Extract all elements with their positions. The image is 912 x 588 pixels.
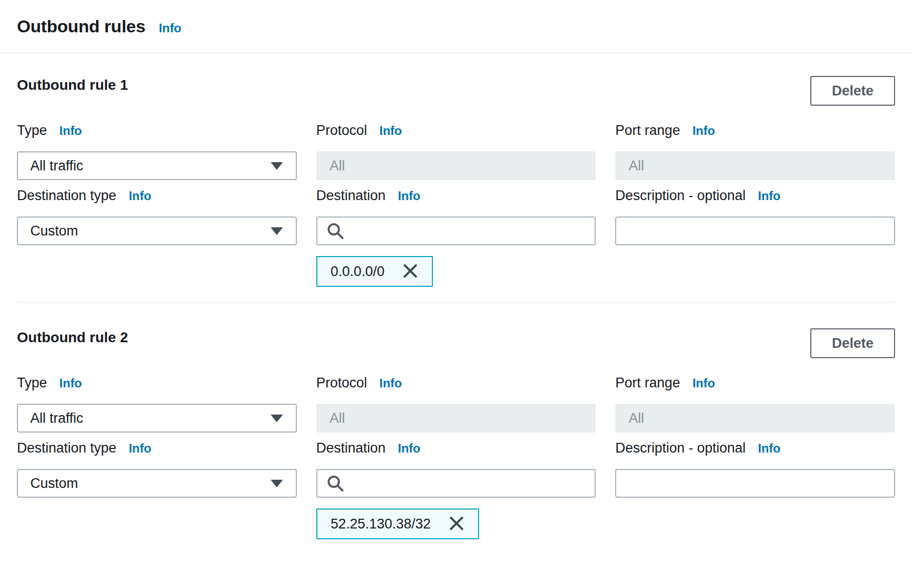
rule-1-destination-type-field: Destination type Info Custom [17,188,297,287]
rule-2-destination-chip: 52.25.130.38/32 [316,508,479,539]
rule-2-destination-field: Destination Info 52.25.130.38/32 [316,441,596,539]
rule-1-description-box [615,217,895,245]
destination-label: Destination [316,188,386,203]
type-label: Type [17,123,47,138]
description-label: Description - optional [615,188,746,203]
chevron-down-icon [270,479,283,488]
rule-2-destination-type-select[interactable]: Custom [17,469,297,498]
type-info-link[interactable]: Info [60,376,82,390]
rule-2-chip-remove-button[interactable] [448,515,465,533]
rule-1-protocol-field: Protocol Info All [316,123,596,180]
protocol-info-link[interactable]: Info [379,124,402,138]
destination-info-link[interactable]: Info [398,189,421,203]
chip-value: 52.25.130.38/32 [331,516,431,532]
chevron-down-icon [270,227,283,236]
port-range-info-link[interactable]: Info [692,376,715,390]
description-label: Description - optional [615,441,746,455]
destination-info-link[interactable]: Info [398,441,421,456]
destination-type-select-value: Custom [30,223,78,239]
type-select-value: All traffic [30,410,83,426]
rule-1-delete-button[interactable]: Delete [810,76,895,106]
rule-2-type-field: Type Info All traffic [17,376,297,433]
outbound-rule-2-section: Outbound rule 2 Delete Type Info All tra… [0,328,912,539]
chip-value: 0.0.0.0/0 [331,264,385,280]
rule-1-destination-search-box [316,217,596,245]
rule-1-protocol-value-disabled: All [316,151,596,180]
rule-2-heading: Outbound rule 2 [17,328,128,347]
type-info-link[interactable]: Info [60,124,82,138]
type-select-value: All traffic [30,158,83,174]
close-icon [402,263,419,281]
rule-1-type-field: Type Info All traffic [17,123,297,180]
description-info-link[interactable]: Info [758,189,781,203]
rule-1-destination-search-input[interactable] [351,218,586,244]
port-range-label: Port range [615,376,680,390]
section-divider [17,302,895,303]
rule-1-destination-type-select[interactable]: Custom [17,217,297,245]
close-icon [448,515,465,533]
rule-2-description-input[interactable] [629,470,882,497]
chevron-down-icon [270,162,283,170]
destination-type-info-link[interactable]: Info [129,189,151,203]
destination-type-info-link[interactable]: Info [129,441,151,456]
rule-1-type-select[interactable]: All traffic [17,151,297,180]
page-title: Outbound rules [17,15,145,37]
protocol-label: Protocol [316,123,367,138]
rule-2-type-select[interactable]: All traffic [17,404,297,433]
rule-2-protocol-field: Protocol Info All [316,376,596,433]
outbound-rules-header: Outbound rules Info [0,0,912,53]
port-range-label: Port range [615,123,680,138]
rule-1-destination-field: Destination Info 0.0.0.0/0 [316,188,596,287]
rule-2-destination-search-input[interactable] [351,470,586,497]
rule-2-header: Outbound rule 2 Delete [17,328,895,358]
rule-1-port-range-field: Port range Info All [615,123,895,180]
search-icon [327,475,344,492]
rule-2-port-range-field: Port range Info All [615,376,895,433]
destination-label: Destination [316,441,386,455]
destination-type-label: Destination type [17,188,117,203]
rule-1-description-field: Description - optional Info [615,188,895,287]
rule-1-port-range-value-disabled: All [615,151,895,180]
description-info-link[interactable]: Info [758,441,781,456]
rule-1-heading: Outbound rule 1 [17,76,128,94]
type-label: Type [17,376,47,390]
rule-2-protocol-value-disabled: All [316,404,596,433]
search-icon [327,222,344,240]
rule-2-delete-button[interactable]: Delete [810,328,895,358]
rule-2-description-box [615,469,895,498]
outbound-rule-1-section: Outbound rule 1 Delete Type Info All tra… [0,76,912,287]
rule-2-description-field: Description - optional Info [615,441,895,539]
chevron-down-icon [270,414,283,423]
protocol-info-link[interactable]: Info [379,376,402,390]
rule-2-port-range-value-disabled: All [615,404,895,433]
rule-1-chip-remove-button[interactable] [402,263,419,281]
header-info-link[interactable]: Info [159,21,181,35]
rule-1-header: Outbound rule 1 Delete [17,76,895,106]
destination-type-label: Destination type [17,441,117,455]
protocol-label: Protocol [316,376,367,390]
rule-2-destination-search-box [316,469,596,498]
destination-type-select-value: Custom [30,476,78,492]
rule-2-destination-type-field: Destination type Info Custom [17,441,297,539]
rule-1-description-input[interactable] [629,218,882,244]
rule-1-destination-chip: 0.0.0.0/0 [316,256,433,287]
port-range-info-link[interactable]: Info [692,124,715,138]
